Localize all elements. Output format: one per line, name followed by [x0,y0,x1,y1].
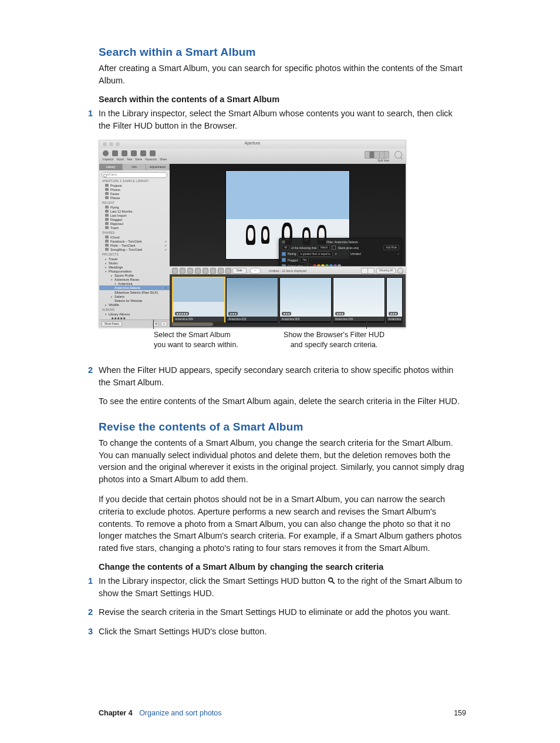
item-safaris[interactable]: ▸Safaris [99,294,170,298]
tool-icon[interactable] [187,268,193,274]
thumb-caption: Antarctica 029 [173,317,224,322]
item-lastimport[interactable]: Last Import [99,213,170,217]
item-slideshow[interactable]: Slideshow Selects (Raw SILK) [99,290,170,294]
section-intro: After creating a Smart Album, you can se… [99,62,466,86]
item-flickr[interactable]: Flickr – TomClark↗ [99,243,170,247]
item-trash[interactable]: Trash [99,226,170,230]
share-icon[interactable] [150,150,156,156]
item-flying[interactable]: Flying [99,205,170,209]
thumbnail[interactable]: ★★★Antarctica 007 [387,278,402,321]
item-icloud[interactable]: iCloud [99,235,170,239]
scrollbar-thumb[interactable] [172,322,213,326]
tool-icon[interactable] [195,268,201,274]
name-icon[interactable] [131,150,137,156]
tool-icon[interactable] [218,268,224,274]
main-toolbar: Inspector Import New Name Keywords Share… [99,149,406,164]
item-photos[interactable]: Photos [99,187,170,191]
import-icon[interactable] [112,150,118,156]
showing-dropdown[interactable]: Showing All [376,268,396,274]
show-faces-button[interactable]: Show Faces [102,321,122,327]
step-text-a: In the Library inspector, click the Smar… [99,576,328,586]
item-weddings[interactable]: ▸Weddings [99,265,170,269]
flagged-dropdown[interactable]: Yes [300,257,309,263]
add-icon[interactable]: + [161,321,167,327]
tool-icon[interactable] [172,268,178,274]
new-icon[interactable] [122,150,127,156]
toolbar-left: Inspector Import New Name Keywords Share [103,150,156,156]
step-1: 1 In the Library inspector, click the Sm… [99,575,466,599]
item-pj[interactable]: ▾Photojournalism [99,269,170,273]
match-mode-dropdown[interactable]: Match [318,245,330,250]
tab-info[interactable]: Info [123,164,146,170]
item-antarctica-selects-selected[interactable]: Antarctica Selects⚙ [99,285,170,290]
stack-picks-checkbox[interactable] [332,246,336,250]
browser-view-segment[interactable] [361,268,375,274]
item-smugmug[interactable]: SmugMug – TomClark↗ [99,247,170,251]
hud-title-text: Filter: Antarctica Selects [326,240,358,244]
filter-hud-button-icon[interactable] [397,268,403,274]
rating-stars-control[interactable]: ★ · · · · [335,252,349,255]
item-libalbums[interactable]: ▾Library Albums [99,312,170,316]
rating-checkbox[interactable] [282,252,286,256]
item-faces[interactable]: Faces [99,191,170,196]
item-website[interactable]: Selects for Website [99,298,170,302]
item-projects[interactable]: Projects [99,183,170,187]
tool-icon[interactable] [210,268,216,274]
sidebar-search[interactable]: All Items [102,172,167,178]
main-area: ★★★★★ Filter: Antarctica Selects All of … [170,164,406,327]
item-count-label: Untitled – 12 items displayed [269,269,306,273]
disclosure-icon: ▾ [114,282,116,285]
chapter-label: Chapter 4 [99,709,133,717]
item-places[interactable]: Places [99,196,170,200]
page-footer: Chapter 4 Organize and sort photos 159 [99,709,466,717]
tool-icon[interactable] [180,268,185,274]
smart-settings-icon[interactable]: ⚙ [164,286,167,290]
add-rule-dropdown[interactable]: Add Rule [383,245,399,250]
thumbnail[interactable]: ★★★Antarctica 003 [280,278,331,321]
thumbnail[interactable]: ★★★Antarctica 022 [227,278,278,321]
thumbnail[interactable]: ★★★★★Antarctica 029 [173,278,224,321]
window-titlebar: Aperture [99,140,406,149]
disclosure-icon: ▸ [111,295,113,298]
thumbnail-scrollbar[interactable] [172,322,403,326]
step-number: 2 [88,364,93,376]
thumb-rating: ★★★ [228,312,238,315]
sidebar-tabs: Library Info Adjustments [99,164,170,170]
item-antarctica[interactable]: ▾Antarctica [99,281,170,285]
item-sports[interactable]: ▸Sports Profile [99,273,170,277]
rating-op-dropdown[interactable]: is greater than or equal to [298,251,332,257]
inspector-icon[interactable] [103,150,109,156]
view-mode-segment[interactable] [365,151,389,159]
zoom-slider[interactable]: — [250,268,261,274]
item-last12[interactable]: Last 12 Months [99,209,170,213]
item-studio[interactable]: ▸Studio [99,261,170,265]
footer-left: Chapter 4 Organize and sort photos [99,709,222,717]
item-flagged[interactable]: Flagged [99,217,170,221]
item-facebook[interactable]: Facebook – TomClark↗ [99,239,170,243]
sort-dropdown[interactable]: Date [232,268,247,274]
item-travel[interactable]: ▸Travel [99,257,170,261]
hud-close-icon[interactable] [282,240,285,244]
chapter-category: Organize and sort photos [139,709,221,717]
tool-icon[interactable] [225,268,231,274]
item-rejected[interactable]: Rejected [99,221,170,226]
hud-flagged-row: Flagged Yes [282,257,399,263]
flagged-checkbox[interactable] [282,258,286,262]
tab-adjustments[interactable]: Adjustments [146,164,170,170]
thumbnail[interactable]: ★★★Antarctica 030 [333,278,384,321]
sidebar-footer: Show Faces ⚙ + [99,320,170,327]
figure-wrap: Aperture Inspector Import New [99,140,466,356]
para: To change the contents of a Smart Album,… [99,437,466,485]
lbl-inspector: Inspector [103,158,114,161]
match-dropdown[interactable]: All [282,245,289,250]
keywords-icon[interactable] [140,150,146,156]
item-adv[interactable]: ▾Adventure Races [99,277,170,281]
disclosure-icon: ▸ [105,257,107,261]
item-wildlife[interactable]: ▸Wildlife [99,302,170,307]
steps-list: 1 In the Library inspector, click the Sm… [99,575,466,637]
tool-icon[interactable] [203,268,208,274]
tab-library[interactable]: Library [99,164,123,170]
page-number: 159 [454,709,466,717]
remove-row-icon[interactable]: – [397,252,399,255]
loupe-icon[interactable] [394,151,402,159]
